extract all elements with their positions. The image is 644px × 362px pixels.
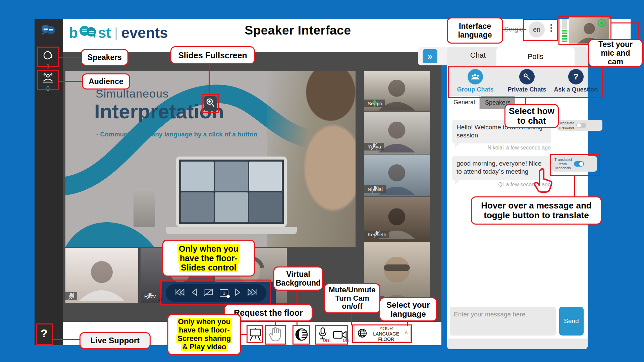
speakers-annotation-box: [37, 47, 59, 67]
language-selector-annotation-box: [352, 324, 412, 343]
callout-virtual-background: VirtualBackground: [273, 266, 323, 291]
slides-control-annotation-box: [160, 280, 271, 305]
callout-select-language: Select yourlanguage: [379, 297, 437, 321]
participant-tile[interactable]: Qi: [65, 248, 138, 303]
translate-toggle-off[interactable]: [576, 123, 586, 128]
logo-text-st: st: [98, 24, 111, 41]
message-author[interactable]: Qi: [498, 182, 504, 187]
connector-slides-fullscreen: [209, 64, 210, 94]
translated-annotation-box: [550, 154, 600, 176]
callout-hover-translate: Hover over a message andtoggle button to…: [471, 196, 602, 225]
pen-cup: [133, 188, 155, 227]
chat-panel-footer: [447, 339, 588, 349]
audience-annotation-box: [37, 70, 59, 90]
participant-tile[interactable]: Kenneth: [364, 197, 430, 242]
connector-mute-cam: [351, 313, 352, 325]
hand-annotation-box: [265, 325, 286, 345]
laptop-base: [166, 227, 297, 234]
laptop-photo: [176, 157, 287, 227]
fullscreen-annotation-box: [202, 94, 219, 113]
collapse-panel-button[interactable]: »: [423, 49, 437, 63]
connector-live-support: [53, 339, 79, 340]
callout-floor-slides: Only when youhave the floor-Slides contr…: [162, 240, 255, 277]
logo-text-events: events: [121, 24, 168, 41]
connector-testcam-h: [611, 22, 639, 23]
callout-speakers: Speakers: [81, 49, 128, 66]
callout-interface-language: Interfacelanguage: [447, 17, 503, 44]
send-button[interactable]: Send: [559, 307, 584, 336]
callout-floor-screen: Only when youhave the floor- Screen shar…: [167, 314, 241, 355]
tab-chat[interactable]: Chat: [463, 51, 493, 60]
live-support-annotation-box: [36, 323, 53, 345]
slide-subtitle: - Communicate in any language by a click…: [96, 131, 257, 138]
callout-select-chat: Select howto chat: [504, 104, 559, 128]
page-title: Speaker Interface: [231, 23, 365, 38]
message-time: a few seconds ago: [506, 145, 551, 150]
virtualbg-annotation-box: [292, 325, 310, 345]
participant-tile[interactable]: Yuliya: [364, 112, 430, 154]
participant-tile[interactable]: Nikolai: [364, 155, 430, 196]
message-meta: Nikolaia few seconds ago: [452, 145, 551, 151]
logo-text-b: b: [69, 24, 78, 41]
connector-hover-translate: [574, 176, 575, 196]
hand-cursor-annotation: [533, 167, 553, 195]
boost-events-logo: b st | events: [69, 24, 168, 42]
participant-tile[interactable]: Sergio: [364, 71, 430, 111]
tab-polls[interactable]: Polls: [496, 47, 575, 66]
message-author[interactable]: Nikolai: [488, 145, 504, 150]
miccam-toggle-annotation-box: [315, 325, 348, 345]
callout-live-support: Live Support: [79, 332, 151, 349]
connector-speakers: [59, 57, 81, 58]
message-input[interactable]: [450, 307, 556, 336]
chat-modes-annotation-box: [448, 66, 603, 98]
callout-slides-fullscreen: Slides Fullscreen: [170, 46, 255, 64]
screenshare-annotation-box: [247, 325, 263, 343]
language-annotation-box: [523, 19, 558, 41]
connector-interface-language: [503, 29, 526, 30]
callout-audience: Audience: [82, 73, 130, 89]
connector-testcam-v: [638, 22, 639, 39]
callout-test-mic-cam: Test yourmic and cam: [588, 39, 643, 67]
connector-audience: [59, 81, 82, 82]
logo-divider: |: [114, 25, 118, 41]
app-logo-icon: [40, 23, 57, 38]
translate-toggle-pill[interactable]: Translatemessage: [557, 120, 602, 131]
speech-bubbles-icon: [78, 24, 98, 42]
callout-mute-cam: Mute/UnmuteTurn Camon/off: [324, 283, 380, 313]
